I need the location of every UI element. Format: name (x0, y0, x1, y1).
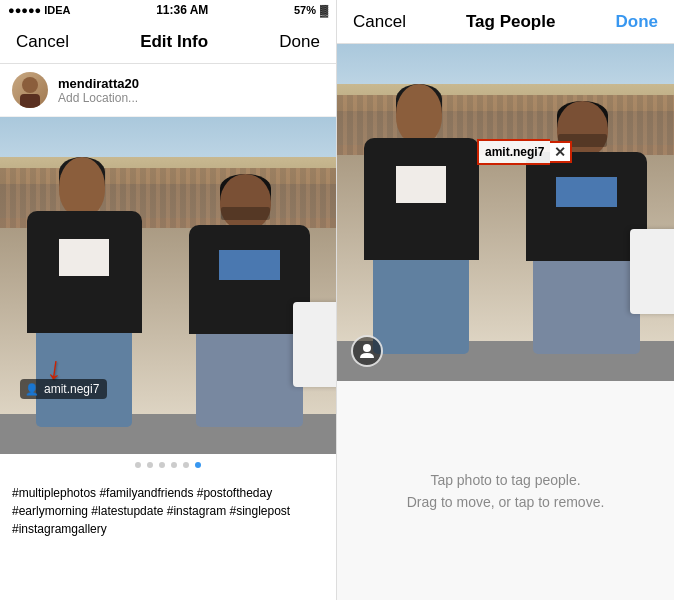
left-nav-bar: Cancel Edit Info Done (0, 20, 336, 64)
person-silhouette-icon (358, 342, 376, 360)
right-photo-area[interactable]: amit.negi7 ✕ (337, 44, 674, 381)
status-time: 11:36 AM (156, 3, 208, 17)
instructions-area: Tap photo to tag people. Drag to move, o… (337, 381, 674, 600)
user-row: mendiratta20 Add Location... (0, 64, 336, 117)
person-right-shirt (219, 250, 280, 280)
status-bar: ●●●●● IDEA 11:36 AM 57% ▓ (0, 0, 336, 20)
photo-tag-label: 👤 amit.negi7 (20, 379, 107, 399)
left-photo-content: ↓ 👤 amit.negi7 (0, 117, 337, 454)
person-right-figure (189, 174, 310, 427)
right-person-right-shirt (556, 177, 617, 207)
avatar-svg (12, 72, 48, 108)
dot-6-active (195, 462, 201, 468)
tag-bubble-label: amit.negi7 (477, 139, 550, 165)
right-person-left-figure (364, 84, 479, 354)
person-left-jacket (27, 211, 142, 332)
instruction-line-2: Drag to move, or tap to remove. (407, 494, 605, 510)
tag-bubble-close-button[interactable]: ✕ (550, 141, 572, 163)
right-person-left-shirt (396, 166, 446, 202)
add-location-button[interactable]: Add Location... (58, 91, 139, 105)
right-done-button[interactable]: Done (615, 12, 658, 32)
person-right-jeans (196, 334, 303, 428)
caption-text: #multiplephotos #familyandfriends #posto… (0, 476, 336, 546)
person-right-jacket (189, 225, 310, 334)
battery-text: 57% (294, 4, 316, 16)
right-cancel-button[interactable]: Cancel (353, 12, 406, 32)
dots-row (0, 454, 336, 476)
person-left-shirt (59, 239, 109, 275)
status-right: 57% ▓ (294, 4, 328, 16)
dot-1 (135, 462, 141, 468)
cancel-button[interactable]: Cancel (16, 32, 69, 52)
username-label: mendiratta20 (58, 76, 139, 91)
right-panel: Cancel Tag People Done (337, 0, 674, 600)
dot-2 (147, 462, 153, 468)
person-right-glasses (221, 207, 270, 220)
carrier-text: ●●●●● IDEA (8, 4, 71, 16)
person-left-head (59, 157, 105, 216)
left-photo-area[interactable]: ↓ 👤 amit.negi7 (0, 117, 337, 454)
right-person-left-head (396, 84, 442, 143)
right-nav-bar: Cancel Tag People Done (337, 0, 674, 44)
status-left: ●●●●● IDEA (8, 4, 71, 16)
svg-point-0 (22, 77, 38, 93)
dot-5 (183, 462, 189, 468)
right-person-left-jacket (364, 138, 479, 259)
tag-person-icon: 👤 (25, 383, 39, 396)
svg-rect-1 (20, 94, 40, 108)
done-button[interactable]: Done (279, 32, 320, 52)
battery-icon: ▓ (320, 4, 328, 16)
right-person-right-jacket (526, 152, 647, 261)
right-photo-content: amit.negi7 ✕ (337, 44, 674, 381)
right-person-left-jeans (373, 260, 469, 354)
left-nav-title: Edit Info (140, 32, 208, 52)
dot-4 (171, 462, 177, 468)
avatar-inner (12, 72, 48, 108)
person-right-head (220, 174, 271, 230)
dot-3 (159, 462, 165, 468)
tag-bubble[interactable]: amit.negi7 ✕ (477, 139, 572, 165)
instruction-line-1: Tap photo to tag people. (430, 472, 580, 488)
user-info: mendiratta20 Add Location... (58, 76, 139, 105)
right-nav-title: Tag People (466, 12, 555, 32)
svg-point-2 (363, 344, 371, 352)
left-panel: ●●●●● IDEA 11:36 AM 57% ▓ Cancel Edit In… (0, 0, 337, 600)
right-person-right-jeans (533, 261, 640, 355)
tag-username-text: amit.negi7 (44, 382, 99, 396)
right-car-hint (630, 229, 674, 313)
avatar (12, 72, 48, 108)
car-hint (293, 302, 337, 386)
person-avatar-button[interactable] (351, 335, 383, 367)
